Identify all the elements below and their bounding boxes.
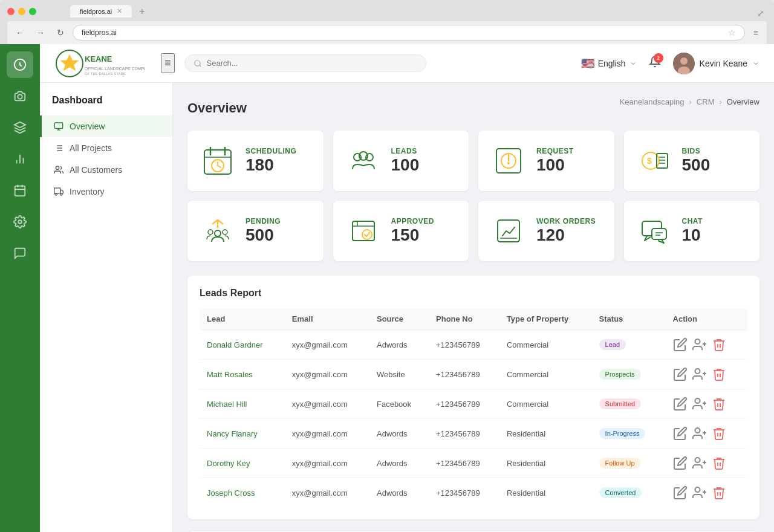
chat-info: CHAT 10 bbox=[682, 217, 703, 245]
user-info[interactable]: Kevin Keane bbox=[673, 53, 759, 74]
sidebar-icon-chart[interactable] bbox=[7, 146, 33, 172]
hamburger-button[interactable]: ≡ bbox=[161, 53, 175, 73]
logo-area: KEANE OFFICIAL LANDSCAPE COMPANY OF THE … bbox=[54, 48, 151, 79]
tab-label: fieldpros.ai bbox=[80, 8, 112, 15]
logo-svg: KEANE OFFICIAL LANDSCAPE COMPANY OF THE … bbox=[54, 48, 145, 79]
sidebar-item-label-inventory: Inventory bbox=[70, 187, 105, 196]
add-user-icon[interactable] bbox=[692, 367, 707, 381]
sidebar-icon-layers[interactable] bbox=[7, 114, 33, 141]
card-work-orders[interactable]: WORK ORDERS 120 bbox=[478, 201, 614, 261]
lead-action bbox=[666, 449, 747, 478]
back-btn[interactable]: ← bbox=[12, 27, 28, 39]
breadcrumb: Keanelandscaping › CRM › Overview bbox=[620, 97, 759, 106]
avatar bbox=[673, 53, 695, 74]
edit-icon[interactable] bbox=[673, 337, 688, 352]
svg-line-17 bbox=[199, 65, 201, 66]
sidebar-item-all-customers[interactable]: All Customers bbox=[40, 159, 172, 181]
sidebar-icon-chat[interactable] bbox=[7, 240, 33, 267]
card-scheduling[interactable]: SCHEDULING 180 bbox=[187, 131, 324, 191]
add-user-icon[interactable] bbox=[692, 456, 707, 470]
lead-name[interactable]: Matt Rosales bbox=[207, 370, 253, 379]
svg-marker-32 bbox=[60, 190, 63, 193]
edit-icon[interactable] bbox=[673, 485, 688, 500]
request-value: 100 bbox=[536, 155, 574, 175]
col-email: Email bbox=[285, 308, 369, 330]
maximize-btn[interactable] bbox=[29, 8, 36, 15]
lead-status: Lead bbox=[592, 330, 666, 360]
lead-name[interactable]: Joseph Cross bbox=[207, 488, 255, 498]
menu-btn[interactable]: ≡ bbox=[750, 27, 762, 39]
minimize-btn[interactable] bbox=[18, 8, 25, 15]
table-row: Dorothy Key xyx@gmail.com Adwords +12345… bbox=[200, 449, 747, 478]
sidebar-icon-dashboard[interactable] bbox=[7, 51, 33, 78]
language-selector[interactable]: 🇺🇸 English bbox=[581, 57, 637, 70]
browser-nav-bar: ← → ↻ fieldpros.ai ☆ ≡ bbox=[7, 21, 767, 44]
svg-point-48 bbox=[507, 162, 510, 164]
leads-table: Lead Email Source Phone No Type of Prope… bbox=[200, 308, 747, 507]
card-pending[interactable]: PENDING 500 bbox=[187, 201, 324, 261]
delete-icon[interactable] bbox=[712, 456, 726, 470]
breadcrumb-crm[interactable]: CRM bbox=[697, 97, 715, 106]
edit-icon[interactable] bbox=[673, 426, 688, 441]
bids-info: BIDS 500 bbox=[682, 147, 711, 175]
delete-icon[interactable] bbox=[712, 485, 726, 500]
edit-icon[interactable] bbox=[673, 456, 688, 470]
breadcrumb-home[interactable]: Keanelandscaping bbox=[620, 97, 685, 106]
edit-icon[interactable] bbox=[673, 367, 688, 381]
col-lead: Lead bbox=[200, 308, 285, 330]
search-input[interactable] bbox=[207, 59, 417, 68]
card-bids[interactable]: $ BIDS 500 bbox=[624, 131, 760, 191]
add-user-icon[interactable] bbox=[692, 337, 707, 352]
leads-icon bbox=[345, 143, 382, 179]
delete-icon[interactable] bbox=[712, 426, 726, 441]
lead-name[interactable]: Dorothy Key bbox=[207, 459, 250, 468]
sidebar-item-overview[interactable]: Overview bbox=[40, 115, 172, 137]
table-body: Donald Gardner xyx@gmail.com Adwords +12… bbox=[200, 330, 747, 508]
scheduling-icon bbox=[200, 143, 236, 179]
add-user-icon[interactable] bbox=[692, 397, 707, 411]
table-row: Joseph Cross xyx@gmail.com Adwords +1234… bbox=[200, 478, 747, 508]
chevron-down-icon bbox=[629, 60, 637, 67]
col-property: Type of Property bbox=[499, 308, 592, 330]
lead-name[interactable]: Nancy Flanary bbox=[207, 429, 258, 438]
delete-icon[interactable] bbox=[712, 367, 726, 381]
svg-point-69 bbox=[695, 339, 700, 344]
page-title: Overview bbox=[187, 100, 247, 116]
sidebar-icon-settings[interactable] bbox=[7, 209, 33, 235]
bookmark-icon: ☆ bbox=[728, 28, 736, 37]
add-user-icon[interactable] bbox=[692, 485, 707, 500]
card-leads[interactable]: LEADS 100 bbox=[333, 131, 469, 191]
chat-value: 10 bbox=[682, 225, 703, 245]
url-bar[interactable]: fieldpros.ai ☆ bbox=[73, 25, 745, 41]
delete-icon[interactable] bbox=[712, 397, 726, 411]
work-orders-value: 120 bbox=[536, 225, 596, 245]
leads-label: LEADS bbox=[391, 147, 420, 155]
sidebar-icon-camera[interactable] bbox=[7, 83, 33, 109]
sidebar-item-inventory[interactable]: Inventory bbox=[40, 181, 172, 203]
col-source: Source bbox=[369, 308, 429, 330]
sidebar-icon-calendar[interactable] bbox=[7, 177, 33, 204]
svg-text:OF THE DALLAS STARS: OF THE DALLAS STARS bbox=[85, 72, 126, 76]
leads-report-section: Leads Report Lead Email Source Phone No … bbox=[187, 276, 759, 519]
leads-value: 100 bbox=[391, 155, 420, 175]
page-header: Overview Keanelandscaping › CRM › Overvi… bbox=[187, 97, 759, 118]
refresh-btn[interactable]: ↻ bbox=[53, 27, 68, 39]
delete-icon[interactable] bbox=[712, 337, 726, 352]
lead-name[interactable]: Michael Hill bbox=[207, 400, 247, 409]
card-chat[interactable]: CHAT 10 bbox=[624, 201, 760, 261]
card-request[interactable]: REQUEST 100 bbox=[478, 131, 614, 191]
notification-button[interactable]: 2 bbox=[649, 56, 661, 71]
lead-name[interactable]: Donald Gardner bbox=[207, 340, 263, 349]
sidebar-item-all-projects[interactable]: All Projects bbox=[40, 137, 172, 159]
edit-icon[interactable] bbox=[673, 397, 688, 411]
browser-tab[interactable]: fieldpros.ai ✕ bbox=[70, 5, 132, 18]
lead-action bbox=[666, 330, 747, 360]
card-approved[interactable]: APPROVED 150 bbox=[333, 201, 469, 261]
lead-source: Adwords bbox=[369, 419, 429, 449]
scheduling-value: 180 bbox=[246, 155, 296, 175]
add-user-icon[interactable] bbox=[692, 426, 707, 441]
work-orders-info: WORK ORDERS 120 bbox=[536, 217, 596, 245]
new-tab-btn[interactable]: + bbox=[139, 6, 145, 17]
forward-btn[interactable]: → bbox=[33, 27, 48, 39]
close-btn[interactable] bbox=[7, 8, 15, 15]
